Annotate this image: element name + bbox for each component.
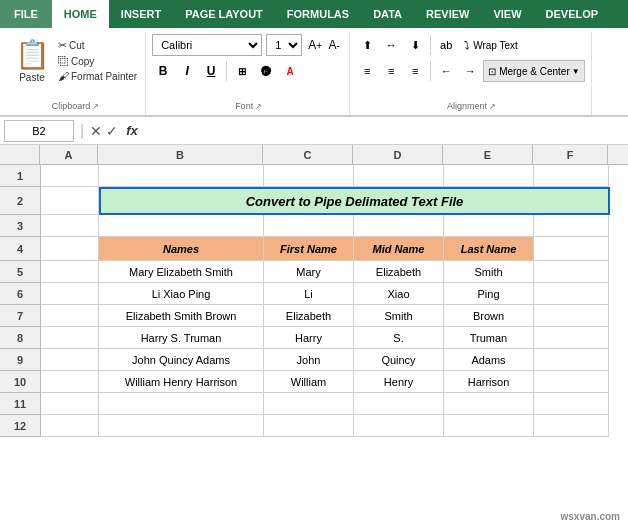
tab-view[interactable]: VIEW <box>481 0 533 28</box>
cell-a10[interactable] <box>41 371 99 393</box>
cell-d8[interactable]: S. <box>354 327 444 349</box>
cell-c4[interactable]: First Name <box>264 237 354 261</box>
align-bottom-button[interactable]: ⬇ <box>404 34 426 56</box>
cell-a11[interactable] <box>41 393 99 415</box>
tab-file[interactable]: FILE <box>0 0 52 28</box>
row-header-11[interactable]: 11 <box>0 393 40 415</box>
cell-a7[interactable] <box>41 305 99 327</box>
font-color-button[interactable]: A <box>279 60 301 82</box>
col-header-a[interactable]: A <box>40 145 98 165</box>
cell-d7[interactable]: Smith <box>354 305 444 327</box>
col-header-b[interactable]: B <box>98 145 263 165</box>
cell-a6[interactable] <box>41 283 99 305</box>
tab-develop[interactable]: DEVELOP <box>534 0 611 28</box>
align-middle-button[interactable]: ↔ <box>380 34 402 56</box>
decrease-font-size-button[interactable]: A- <box>325 36 343 54</box>
insert-function-button[interactable]: fx <box>126 123 138 138</box>
col-header-d[interactable]: D <box>353 145 443 165</box>
copy-button[interactable]: ⿻ Copy <box>56 54 139 68</box>
cell-e5[interactable]: Smith <box>444 261 534 283</box>
cell-d11[interactable] <box>354 393 444 415</box>
cut-button[interactable]: ✂ Cut <box>56 38 139 53</box>
cell-a9[interactable] <box>41 349 99 371</box>
confirm-formula-icon[interactable]: ✓ <box>106 123 118 139</box>
cell-b9[interactable]: John Quincy Adams <box>99 349 264 371</box>
cell-e8[interactable]: Truman <box>444 327 534 349</box>
font-family-select[interactable]: Calibri <box>152 34 262 56</box>
cell-d12[interactable] <box>354 415 444 437</box>
cell-e9[interactable]: Adams <box>444 349 534 371</box>
row-header-3[interactable]: 3 <box>0 215 40 237</box>
tab-home[interactable]: HOME <box>52 0 109 28</box>
cell-e7[interactable]: Brown <box>444 305 534 327</box>
underline-button[interactable]: U <box>200 60 222 82</box>
name-box[interactable] <box>4 120 74 142</box>
tab-data[interactable]: DATA <box>361 0 414 28</box>
fill-color-button[interactable]: 🅐 <box>255 60 277 82</box>
tab-formulas[interactable]: FORMULAS <box>275 0 361 28</box>
col-header-e[interactable]: E <box>443 145 533 165</box>
cell-b10[interactable]: William Henry Harrison <box>99 371 264 393</box>
text-orientation-button[interactable]: ab <box>435 34 457 56</box>
tab-page-layout[interactable]: PAGE LAYOUT <box>173 0 275 28</box>
cell-d5[interactable]: Elizabeth <box>354 261 444 283</box>
cell-b3[interactable] <box>99 215 264 237</box>
cell-b4[interactable]: Names <box>99 237 264 261</box>
cell-b5[interactable]: Mary Elizabeth Smith <box>99 261 264 283</box>
cell-c5[interactable]: Mary <box>264 261 354 283</box>
cell-e11[interactable] <box>444 393 534 415</box>
align-left-button[interactable]: ≡ <box>356 60 378 82</box>
col-header-c[interactable]: C <box>263 145 353 165</box>
cell-c9[interactable]: John <box>264 349 354 371</box>
row-header-1[interactable]: 1 <box>0 165 40 187</box>
cell-f7[interactable] <box>534 305 609 327</box>
cell-f8[interactable] <box>534 327 609 349</box>
cell-f9[interactable] <box>534 349 609 371</box>
align-top-button[interactable]: ⬆ <box>356 34 378 56</box>
cell-d9[interactable]: Quincy <box>354 349 444 371</box>
cell-d4[interactable]: Mid Name <box>354 237 444 261</box>
cell-f12[interactable] <box>534 415 609 437</box>
cell-f11[interactable] <box>534 393 609 415</box>
cell-a3[interactable] <box>41 215 99 237</box>
cell-e12[interactable] <box>444 415 534 437</box>
cell-e1[interactable] <box>444 165 534 187</box>
row-header-8[interactable]: 8 <box>0 327 40 349</box>
cell-d6[interactable]: Xiao <box>354 283 444 305</box>
cell-c8[interactable]: Harry <box>264 327 354 349</box>
row-header-9[interactable]: 9 <box>0 349 40 371</box>
cell-f1[interactable] <box>534 165 609 187</box>
format-painter-button[interactable]: 🖌 Format Painter <box>56 69 139 83</box>
decrease-indent-button[interactable]: ← <box>435 60 457 82</box>
cell-c3[interactable] <box>264 215 354 237</box>
row-header-4[interactable]: 4 <box>0 237 40 261</box>
formula-input[interactable] <box>142 124 624 138</box>
row-header-10[interactable]: 10 <box>0 371 40 393</box>
cell-a1[interactable] <box>41 165 99 187</box>
border-button[interactable]: ⊞ <box>231 60 253 82</box>
cell-c10[interactable]: William <box>264 371 354 393</box>
merge-center-button[interactable]: ⊡ Merge & Center ▼ <box>483 60 585 82</box>
cell-a12[interactable] <box>41 415 99 437</box>
paste-button[interactable]: 📋 Paste <box>10 34 54 85</box>
cell-e6[interactable]: Ping <box>444 283 534 305</box>
cell-f6[interactable] <box>534 283 609 305</box>
cell-f5[interactable] <box>534 261 609 283</box>
cell-b12[interactable] <box>99 415 264 437</box>
align-right-button[interactable]: ≡ <box>404 60 426 82</box>
cancel-formula-icon[interactable]: ✕ <box>90 123 102 139</box>
cell-b6[interactable]: Li Xiao Ping <box>99 283 264 305</box>
corner-cell[interactable] <box>0 145 40 164</box>
cell-a5[interactable] <box>41 261 99 283</box>
cell-d10[interactable]: Henry <box>354 371 444 393</box>
cell-c6[interactable]: Li <box>264 283 354 305</box>
cell-f3[interactable] <box>534 215 609 237</box>
italic-button[interactable]: I <box>176 60 198 82</box>
row-header-7[interactable]: 7 <box>0 305 40 327</box>
cell-b11[interactable] <box>99 393 264 415</box>
wrap-text-button[interactable]: ⤵ Wrap Text <box>459 34 523 56</box>
row-header-2[interactable]: 2 <box>0 187 40 215</box>
cell-b7[interactable]: Elizabeth Smith Brown <box>99 305 264 327</box>
col-header-f[interactable]: F <box>533 145 608 165</box>
cell-b1[interactable] <box>99 165 264 187</box>
